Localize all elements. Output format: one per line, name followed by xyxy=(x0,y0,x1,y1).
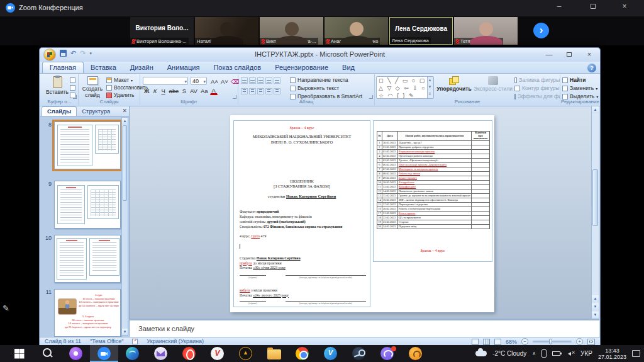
slide-thumbnail-11[interactable]: 4 курс30 січня – початок практики13 люто… xyxy=(54,289,121,337)
action-center-icon[interactable] xyxy=(632,350,640,357)
phone-icon[interactable] xyxy=(541,349,547,358)
line-spacing-icon[interactable] xyxy=(274,77,280,84)
bold-button[interactable]: Ж xyxy=(143,87,151,95)
file-explorer-icon[interactable] xyxy=(260,345,288,362)
pp-close-button[interactable]: × xyxy=(582,50,596,59)
panel-scrollbar[interactable]: ▲ ▼ xyxy=(121,117,128,336)
pp-restore-button[interactable] xyxy=(562,50,576,59)
participant-video-tile[interactable]: Виктория Волошина-... xyxy=(260,17,323,45)
strikethrough-button[interactable]: abc xyxy=(168,87,180,95)
tab-outline[interactable]: Структура xyxy=(77,107,115,116)
dialog-launcher-icon[interactable] xyxy=(73,95,77,99)
font-name-combo[interactable] xyxy=(143,77,188,85)
app-icon-purple[interactable] xyxy=(62,345,90,362)
ribbon-tab[interactable]: Рецензирование xyxy=(268,62,335,73)
slide-thumbnail-8[interactable] xyxy=(54,122,121,169)
slideshow-icon[interactable] xyxy=(494,339,501,345)
help-icon[interactable]: ? xyxy=(587,64,596,72)
annotation-pen-icon[interactable]: ✎ xyxy=(3,303,15,316)
weather-cloud-icon[interactable] xyxy=(475,351,487,356)
shrink-font-button[interactable]: A˅ xyxy=(219,77,230,86)
text-direction-button[interactable]: Направление текста xyxy=(290,77,373,83)
find-button[interactable]: Найти xyxy=(562,77,599,83)
dialog-launcher-icon[interactable] xyxy=(233,95,236,99)
font-size-combo[interactable]: 40 xyxy=(191,77,207,85)
ribbon-tab[interactable]: Анимация xyxy=(160,62,207,73)
game-app-icon[interactable] xyxy=(401,345,430,362)
quick-styles-button[interactable]: Экспресс-стили xyxy=(473,76,513,92)
increase-indent-icon[interactable] xyxy=(265,77,272,84)
battery-icon[interactable] xyxy=(552,351,560,356)
zoom-in-button[interactable]: + xyxy=(576,338,583,345)
minimize-button[interactable]: – xyxy=(548,0,570,14)
viber-icon[interactable] xyxy=(373,345,401,362)
opera-icon[interactable] xyxy=(175,345,203,362)
messenger-app-icon[interactable] xyxy=(316,345,345,362)
search-button[interactable] xyxy=(33,345,62,362)
scroll-up-icon[interactable]: ▲ xyxy=(122,118,128,124)
slide-editing-area[interactable]: Зразок – 4 курс МИКОЛАЇВСЬКИЙ НАЦІОНАЛЬН… xyxy=(130,106,599,319)
zoom-slider[interactable] xyxy=(533,341,572,342)
align-center-icon[interactable] xyxy=(249,88,256,94)
scroll-up-icon[interactable]: ▲ xyxy=(592,106,599,113)
shapes-gallery[interactable]: ◻ ╲ ╱ ▭ ○ ▢△ ▽ ◇ ⇦ ⇩ ○☆ ◠ { } ✎ ▲▼≡ xyxy=(376,76,434,99)
start-button[interactable] xyxy=(5,345,33,362)
slide-thumbnail-9[interactable] xyxy=(54,181,121,229)
shape-outline-button[interactable]: Контур фигуры xyxy=(514,85,560,91)
previous-slide-icon[interactable]: ▲ xyxy=(592,295,599,302)
chrome-icon[interactable] xyxy=(288,345,316,362)
ribbon-tab[interactable]: Главная xyxy=(42,62,84,73)
copy-icon[interactable] xyxy=(70,85,75,91)
maximize-button[interactable] xyxy=(582,0,604,14)
slide-canvas[interactable]: Зразок – 4 курс МИКОЛАЇВСЬКИЙ НАЦІОНАЛЬН… xyxy=(230,115,494,312)
paste-button[interactable]: Вставить xyxy=(43,76,71,95)
columns-icon[interactable] xyxy=(274,88,280,94)
scroll-down-icon[interactable]: ▼ xyxy=(122,329,128,335)
ribbon-tab[interactable]: Показ слайдов xyxy=(206,62,268,73)
ribbon-tab[interactable]: Вставка xyxy=(84,62,123,73)
font-color-button[interactable]: А xyxy=(210,87,218,95)
ribbon-tab[interactable]: Вид xyxy=(335,62,362,73)
edge-icon[interactable] xyxy=(118,345,147,362)
slide-sorter-icon[interactable] xyxy=(483,339,490,345)
tray-chevron-up-icon[interactable]: ∧ xyxy=(532,351,536,356)
bullets-icon[interactable] xyxy=(241,77,248,84)
spellcheck-icon[interactable] xyxy=(132,339,138,344)
pp-minimize-button[interactable]: — xyxy=(542,50,556,59)
close-button[interactable]: × xyxy=(614,0,635,14)
clock[interactable]: 13:4327.01.2023 xyxy=(598,348,626,360)
numbering-icon[interactable] xyxy=(249,77,256,84)
shape-fill-button[interactable]: Заливка фигуры xyxy=(514,77,560,83)
change-case-button[interactable]: Аа xyxy=(199,87,209,95)
warning-app-icon[interactable] xyxy=(231,345,260,362)
participant-video-tile[interactable]: Наталія Данік xyxy=(195,17,258,45)
panel-close-icon[interactable]: ✕ xyxy=(122,108,127,114)
mail-app-icon[interactable] xyxy=(147,345,175,362)
delete-slide-button[interactable]: Удалить xyxy=(106,92,134,98)
fit-to-window-icon[interactable] xyxy=(587,339,595,345)
replace-button[interactable]: Заменить▾ xyxy=(562,85,599,91)
scroll-down-icon[interactable]: ▼ xyxy=(592,312,599,319)
tab-slides[interactable]: Слайды xyxy=(42,106,77,116)
participant-video-tile[interactable]: Лена Сердюкова Лена Сердюкова xyxy=(389,17,453,45)
new-slide-button[interactable]: Создать слайд xyxy=(79,76,106,98)
next-participants-button[interactable] xyxy=(533,23,549,38)
align-left-icon[interactable] xyxy=(241,88,248,94)
language-indicator[interactable]: УКР xyxy=(580,350,592,357)
arrange-button[interactable]: Упорядочить xyxy=(436,76,472,92)
zoom-out-button[interactable]: − xyxy=(521,338,528,345)
volume-muted-icon[interactable] xyxy=(566,351,575,357)
normal-view-icon[interactable] xyxy=(472,339,479,345)
notes-pane[interactable]: Заметки к слайду xyxy=(130,319,599,337)
language-indicator[interactable]: Украинский (Украина) xyxy=(147,338,204,344)
italic-button[interactable]: К xyxy=(152,87,159,95)
align-right-icon[interactable] xyxy=(257,88,264,94)
cut-icon[interactable] xyxy=(70,77,75,83)
justify-icon[interactable] xyxy=(265,88,272,94)
decrease-indent-icon[interactable] xyxy=(257,77,264,84)
participant-video-tile[interactable]: Виктория Воло... Виктория Волошина-... xyxy=(130,17,194,45)
text-shadow-button[interactable]: S xyxy=(180,87,188,95)
media-app-icon[interactable] xyxy=(203,345,231,362)
main-scrollbar[interactable]: ▲ ▲ ▼ ▼ xyxy=(591,106,599,319)
participant-video-tile[interactable]: Анастасия Кириченко xyxy=(325,17,388,45)
